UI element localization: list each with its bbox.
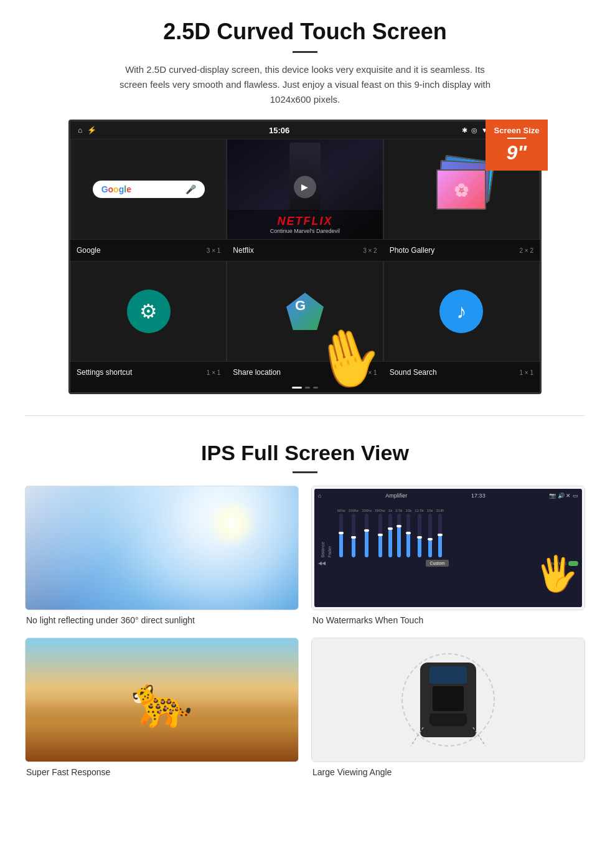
sound-label-cell: Sound Search 1 × 1: [383, 366, 540, 379]
gallery-app-size: 2 × 2: [519, 247, 533, 254]
google-cell-inner: Google 🎤: [71, 139, 226, 239]
eq-bar-12-5k: 12.5k: [415, 509, 424, 557]
section2-title: IPS Full Screen View: [25, 441, 585, 465]
gmaps-icon-bg: G: [286, 293, 324, 330]
google-app-name: Google: [77, 246, 101, 255]
google-search-bar[interactable]: Google 🎤: [93, 181, 205, 198]
light-rays: [26, 486, 298, 610]
netflix-app-cell[interactable]: ▶ NETFLIX Continue Marvel's Daredevil: [227, 139, 383, 240]
dot-2: [305, 387, 310, 389]
section2-divider: [293, 471, 317, 473]
sunlight-card: No light reflecting under 360° direct su…: [25, 486, 299, 625]
parking-guide-lines: [411, 727, 486, 746]
car-windshield: [429, 666, 467, 684]
eq-bar-1k: 1k: [388, 509, 392, 557]
sound-search-app-cell[interactable]: ♪: [383, 261, 540, 362]
share-cell-inner: G 🤚: [227, 262, 382, 361]
fader-label: Fader: [327, 546, 332, 557]
home-icon: ⌂: [78, 126, 82, 134]
play-button[interactable]: ▶: [294, 176, 316, 198]
amp-nav-icon: ◀◀: [318, 560, 326, 566]
cheetah-image: 🐆: [26, 638, 298, 762]
google-logo: Google: [101, 184, 131, 194]
sound-cell-inner: ♪: [384, 262, 539, 361]
custom-button[interactable]: Custom: [426, 560, 448, 567]
gallery-label-cell: Photo Gallery 2 × 2: [383, 243, 540, 257]
share-location-app-cell[interactable]: G 🤚: [227, 261, 383, 362]
car-image: [312, 638, 584, 762]
usb-icon: ⚡: [87, 126, 96, 134]
netflix-app-size: 3 × 2: [363, 247, 377, 254]
page-indicator: [70, 383, 540, 392]
section-ips: IPS Full Screen View No light reflecting…: [0, 422, 610, 790]
sunlight-image-box: [25, 486, 299, 610]
netflix-cell-inner: ▶ NETFLIX Continue Marvel's Daredevil: [227, 139, 382, 239]
google-app-size: 3 × 1: [207, 247, 221, 254]
eq-bar-200hz: 200hz: [362, 509, 372, 557]
badge-divider: [507, 138, 526, 139]
eq-bar-2-5k: 2.5k: [395, 509, 402, 557]
car-card: Large Viewing Angle: [311, 638, 585, 777]
svg-line-1: [473, 727, 486, 746]
amp-status-bar: ⌂ Amplifier 17:33 📷 🔊 ✕ ▭: [318, 493, 578, 499]
app-label-row-1: Google 3 × 1 Netflix 3 × 2 Photo Gallery…: [70, 240, 540, 261]
badge-size: 9": [490, 141, 543, 164]
status-left-icons: ⌂ ⚡: [78, 126, 96, 134]
gallery-app-name: Photo Gallery: [390, 246, 435, 255]
amp-icons: 📷 🔊 ✕ ▭: [549, 493, 578, 499]
settings-app-cell[interactable]: ⚙: [70, 261, 227, 362]
car-roof: [433, 686, 464, 711]
eq-bar-15k: 15k: [427, 509, 433, 557]
device-mockup: Screen Size 9" ⌂ ⚡ 15:06 ✱ ◎ ▼ 📷 🔊 ✕: [68, 120, 542, 394]
car-top-view: [420, 663, 476, 737]
settings-app-name: Settings shortcut: [77, 368, 132, 377]
section1-title: 2.5D Curved Touch Screen: [37, 19, 573, 45]
section-curved-screen: 2.5D Curved Touch Screen With 2.5D curve…: [0, 0, 610, 409]
amp-home-icon: ⌂: [318, 493, 321, 499]
eq-bar-500hz: 500hz: [375, 509, 385, 557]
eq-bar-100hz: 100hz: [349, 509, 359, 557]
google-app-cell[interactable]: Google 🎤: [70, 139, 227, 240]
amplifier-image: ⌂ Amplifier 17:33 📷 🔊 ✕ ▭ Balance Fader …: [312, 486, 584, 610]
netflix-overlay: NETFLIX Continue Marvel's Daredevil: [227, 210, 382, 239]
mic-icon: 🎤: [185, 184, 196, 194]
music-note-icon: ♪: [456, 300, 466, 323]
touch-hand-icon: 🖐: [533, 552, 580, 596]
balance-label: Balance: [321, 542, 326, 557]
amp-time: 17:33: [471, 493, 486, 499]
location-icon: ◎: [471, 126, 477, 134]
gear-icon: ⚙: [139, 300, 157, 323]
eq-sliders: 60hz 100hz 200hz 500hz 1k 2.5k 10k 12.5k…: [337, 509, 444, 557]
music-icon-circle: ♪: [439, 290, 483, 333]
eq-bar-60hz: 60hz: [337, 509, 345, 557]
settings-icon-circle: ⚙: [127, 290, 171, 333]
svg-line-0: [411, 727, 423, 746]
status-time: 15:06: [96, 126, 462, 135]
dot-1: [292, 387, 302, 389]
feature-image-grid: No light reflecting under 360° direct su…: [25, 486, 585, 777]
dot-3: [313, 387, 318, 389]
section1-description: With 2.5D curved-display screen, this de…: [112, 62, 498, 107]
eq-bars-container: Balance Fader 60hz 100hz 200hz 500hz 1k …: [318, 501, 578, 557]
section1-divider: [293, 51, 317, 53]
google-label-cell: Google 3 × 1: [70, 243, 227, 257]
screen-size-badge: Screen Size 9": [486, 120, 548, 171]
gmaps-icon-wrapper: G: [286, 293, 324, 330]
amplifier-caption: No Watermarks When Touch: [311, 615, 585, 625]
app-grid-bottom: ⚙ G 🤚: [70, 261, 540, 362]
amplifier-image-box: ⌂ Amplifier 17:33 📷 🔊 ✕ ▭ Balance Fader …: [311, 486, 585, 610]
cheetah-emoji: 🐆: [131, 672, 193, 731]
eq-bar-10k: 10k: [406, 509, 412, 557]
sound-app-name: Sound Search: [390, 368, 437, 377]
app-label-row-2: Settings shortcut 1 × 1 Share location 1…: [70, 362, 540, 383]
car-caption: Large Viewing Angle: [311, 767, 585, 777]
amplifier-card: ⌂ Amplifier 17:33 📷 🔊 ✕ ▭ Balance Fader …: [311, 486, 585, 625]
car-trunk: [429, 714, 467, 726]
cheetah-card: 🐆 Super Fast Response: [25, 638, 299, 777]
netflix-logo: NETFLIX: [233, 215, 376, 228]
photo-item-3: 🌸: [436, 169, 486, 210]
sound-app-size: 1 × 1: [519, 369, 533, 376]
sun-flare: [207, 499, 257, 549]
settings-cell-inner: ⚙: [71, 262, 226, 361]
netflix-label-cell: Netflix 3 × 2: [227, 243, 383, 257]
